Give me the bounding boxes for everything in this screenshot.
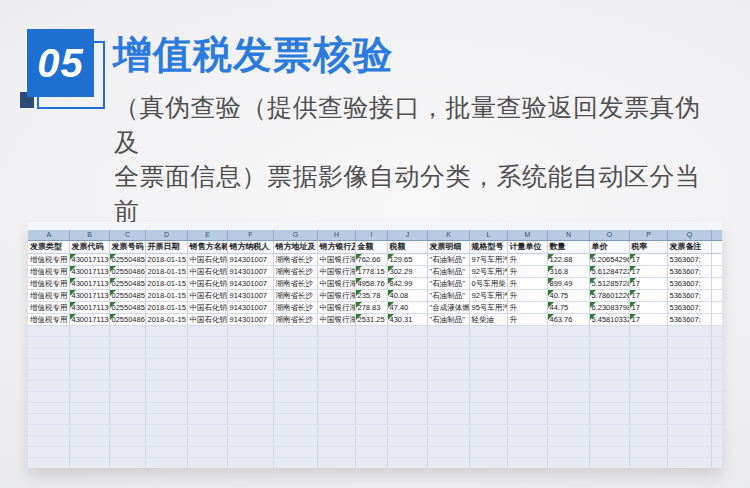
empty-cell [427, 392, 469, 403]
data-cell: 914301007 [227, 266, 273, 278]
data-cell: 轻柴油 [469, 314, 507, 326]
empty-cell [317, 436, 355, 447]
empty-cell [109, 447, 145, 458]
column-letter: Q [667, 230, 711, 241]
empty-cell [227, 447, 273, 458]
data-cell: 0号车用柴 [469, 278, 507, 290]
empty-cell [145, 359, 187, 370]
data-cell: 40.75 [547, 290, 589, 302]
column-letter: L [469, 230, 507, 241]
empty-cell [427, 370, 469, 381]
empty-cell [469, 326, 507, 337]
empty-cell [227, 392, 273, 403]
empty-cell [69, 425, 109, 436]
empty-cell [427, 414, 469, 425]
empty-cell [547, 425, 589, 436]
data-cell: 316.8 [547, 266, 589, 278]
empty-cell [427, 337, 469, 348]
data-cell: 湖南省长沙 [273, 290, 317, 302]
data-cell: 5363607; [667, 302, 711, 314]
empty-cell [427, 436, 469, 447]
data-cell: 湖南省长沙 [273, 278, 317, 290]
data-cell: 95号车用汽 [469, 302, 507, 314]
data-cell: "石油制品" [427, 266, 469, 278]
data-cell: 中国银行湖 [317, 278, 355, 290]
data-cell: 2018-01-15 [145, 302, 187, 314]
header-cell [711, 241, 722, 254]
data-cell: 92号车用汽 [469, 266, 507, 278]
empty-cell [145, 414, 187, 425]
table-row [28, 370, 722, 381]
data-cell: 17 [629, 290, 667, 302]
empty-cell [469, 337, 507, 348]
empty-cell [589, 458, 629, 469]
empty-cell [109, 403, 145, 414]
empty-cell [629, 447, 667, 458]
data-cell: 17 [629, 314, 667, 326]
column-letter [711, 230, 722, 241]
empty-cell [69, 458, 109, 469]
data-cell: 302.29 [387, 266, 427, 278]
column-letter: K [427, 230, 469, 241]
data-cell: 2531.25 [355, 314, 387, 326]
empty-cell [589, 436, 629, 447]
empty-cell [629, 436, 667, 447]
empty-cell [589, 359, 629, 370]
data-cell: 97号车用汽 [469, 254, 507, 266]
empty-cell [109, 348, 145, 359]
data-cell: 02550486 [109, 266, 145, 278]
table-row: 增值税专用4300171130025504862018-01-15中国石化销91… [28, 266, 722, 278]
data-cell: 762.66 [355, 254, 387, 266]
table-row: 增值税专用4300171130025504852018-01-15中国石化销91… [28, 302, 722, 314]
data-cell: 914301007 [227, 302, 273, 314]
empty-cell [427, 381, 469, 392]
empty-cell [711, 359, 722, 370]
empty-cell [109, 337, 145, 348]
empty-cell [187, 337, 227, 348]
empty-cell [387, 425, 427, 436]
empty-cell [273, 337, 317, 348]
empty-cell [273, 436, 317, 447]
empty-cell [28, 359, 69, 370]
data-cell: 中国石化销 [187, 290, 227, 302]
empty-cell [507, 359, 547, 370]
header-cell: 销方纳税人 [227, 241, 273, 254]
data-cell: 4300171130 [69, 290, 109, 302]
empty-cell [711, 447, 722, 458]
column-letter: H [317, 230, 355, 241]
data-cell: 463.76 [547, 314, 589, 326]
empty-cell [227, 425, 273, 436]
empty-cell [28, 348, 69, 359]
header-cell: 税率 [629, 241, 667, 254]
data-cell: 中国银行湖 [317, 254, 355, 266]
empty-cell [69, 414, 109, 425]
data-cell: 升 [507, 266, 547, 278]
empty-cell [387, 348, 427, 359]
data-cell: 5363607; [667, 290, 711, 302]
empty-cell [28, 403, 69, 414]
data-cell: 2018-01-15 [145, 314, 187, 326]
table-row [28, 447, 722, 458]
data-cell: 中国银行湖 [317, 302, 355, 314]
data-cell: 914301007 [227, 254, 273, 266]
table-row: 增值税专用4300171130025504862018-01-15中国石化销91… [28, 314, 722, 326]
empty-cell [387, 392, 427, 403]
empty-cell [317, 447, 355, 458]
data-cell: 4300171130 [69, 302, 109, 314]
data-cell: 842.99 [387, 278, 427, 290]
empty-cell [355, 337, 387, 348]
empty-cell [145, 436, 187, 447]
empty-cell [387, 359, 427, 370]
empty-cell [317, 392, 355, 403]
empty-cell [507, 348, 547, 359]
header-cell: 销方地址及 [273, 241, 317, 254]
data-cell: 235.78 [355, 290, 387, 302]
empty-cell [145, 403, 187, 414]
empty-cell [667, 425, 711, 436]
empty-cell [273, 392, 317, 403]
data-cell: 升 [507, 302, 547, 314]
column-letter: P [629, 230, 667, 241]
empty-cell [427, 348, 469, 359]
data-cell: 6.20654296 [589, 254, 629, 266]
data-cell: 增值税专用 [28, 266, 69, 278]
